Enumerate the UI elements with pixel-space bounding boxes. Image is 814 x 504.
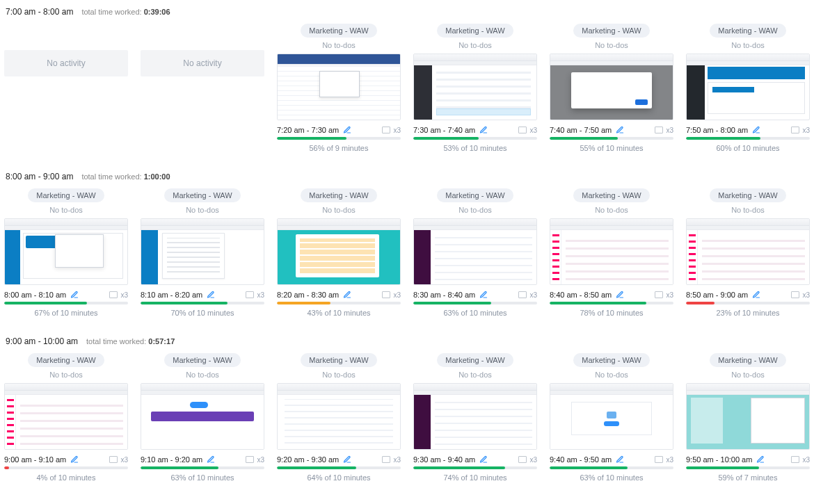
project-pill[interactable]: Marketing - WAW: [573, 24, 649, 38]
screenshot-card: Marketing - WAW No to-dos 9:20 am - 9:30…: [277, 353, 401, 482]
card-meta: 7:40 am - 7:50 am x3: [550, 124, 673, 137]
project-pill[interactable]: Marketing - WAW: [573, 353, 649, 367]
card-meta: 7:20 am - 7:30 am x3: [277, 124, 401, 137]
screenshot-thumbnail[interactable]: [686, 218, 810, 285]
project-pill[interactable]: Marketing - WAW: [164, 353, 240, 367]
edit-icon[interactable]: [616, 291, 624, 299]
screens-count[interactable]: x3: [791, 456, 810, 464]
screenshot-thumbnail[interactable]: [141, 218, 264, 285]
screenshot-thumbnail[interactable]: [686, 383, 810, 450]
screens-count[interactable]: x3: [246, 291, 264, 299]
card-meta: 7:50 am - 8:00 am x3: [686, 124, 810, 137]
project-pill[interactable]: Marketing - WAW: [710, 24, 785, 38]
card-meta: 9:50 am - 10:00 am x3: [686, 454, 810, 466]
edit-icon[interactable]: [207, 455, 215, 464]
card-meta: 8:00 am - 8:10 am x3: [4, 289, 128, 302]
interval-time: 8:30 am - 8:40 am: [413, 291, 475, 299]
activity-bar-fill: [413, 302, 491, 304]
screenshot-card: Marketing - WAW No to-dos 8:40 am - 8:50…: [550, 188, 673, 317]
activity-bar-fill: [413, 466, 505, 469]
project-pill[interactable]: Marketing - WAW: [28, 353, 104, 367]
screenshot-thumbnail[interactable]: [413, 54, 537, 120]
screens-count[interactable]: x3: [246, 456, 264, 464]
edit-icon[interactable]: [479, 126, 488, 134]
screens-count[interactable]: x3: [791, 291, 810, 299]
project-pill[interactable]: Marketing - WAW: [573, 188, 649, 202]
screenshot-card: Marketing - WAW No to-dos 8:20 am - 8:30…: [277, 188, 401, 317]
screens-icon: [518, 127, 527, 133]
screens-count[interactable]: x3: [109, 456, 128, 464]
screens-count[interactable]: x3: [655, 291, 673, 299]
screenshot-thumbnail[interactable]: [686, 54, 810, 120]
screens-count[interactable]: x3: [382, 291, 401, 299]
screens-count[interactable]: x3: [382, 456, 401, 464]
screenshot-thumbnail[interactable]: [413, 218, 537, 285]
activity-bar: [141, 302, 264, 304]
activity-percent: 63% of 10 minutes: [141, 473, 264, 482]
screenshot-thumbnail[interactable]: [550, 218, 673, 285]
activity-bar-fill: [686, 466, 759, 469]
screens-count[interactable]: x3: [791, 127, 810, 134]
edit-icon[interactable]: [479, 455, 488, 464]
project-pill[interactable]: Marketing - WAW: [710, 188, 785, 202]
activity-bar: [277, 137, 401, 140]
screens-count[interactable]: x3: [518, 456, 537, 464]
activity-bar-fill: [686, 302, 715, 304]
edit-icon[interactable]: [343, 455, 351, 464]
activity-bar-fill: [141, 466, 218, 469]
screens-count[interactable]: x3: [382, 127, 401, 134]
edit-icon[interactable]: [752, 291, 760, 299]
screens-count[interactable]: x3: [518, 291, 537, 299]
project-pill[interactable]: Marketing - WAW: [301, 353, 376, 367]
card-meta: 8:40 am - 8:50 am x3: [550, 289, 673, 302]
activity-percent: 70% of 10 minutes: [141, 309, 264, 317]
screens-count[interactable]: x3: [655, 127, 673, 134]
activity-percent: 78% of 10 minutes: [550, 309, 673, 317]
edit-icon[interactable]: [343, 291, 351, 299]
edit-icon[interactable]: [616, 455, 624, 464]
project-pill[interactable]: Marketing - WAW: [437, 353, 513, 367]
project-pill[interactable]: Marketing - WAW: [301, 24, 376, 38]
project-pill[interactable]: Marketing - WAW: [710, 353, 785, 367]
screenshot-thumbnail[interactable]: [413, 383, 537, 450]
hour-header: 9:00 am - 10:00 am total time worked: 0:…: [4, 336, 810, 346]
activity-bar: [686, 466, 810, 469]
screens-count[interactable]: x3: [109, 291, 128, 299]
interval-time: 7:50 am - 8:00 am: [686, 126, 748, 134]
edit-icon[interactable]: [70, 291, 79, 299]
project-pill[interactable]: Marketing - WAW: [164, 188, 240, 202]
card-meta: 9:10 am - 9:20 am x3: [141, 454, 264, 466]
screens-count[interactable]: x3: [518, 127, 537, 134]
todos-label: No to-dos: [413, 371, 537, 379]
screenshot-thumbnail[interactable]: [277, 54, 401, 120]
edit-icon[interactable]: [479, 291, 488, 299]
edit-icon[interactable]: [616, 126, 624, 134]
screenshot-thumbnail[interactable]: [4, 218, 128, 285]
project-pill[interactable]: Marketing - WAW: [437, 188, 513, 202]
project-pill[interactable]: Marketing - WAW: [28, 188, 104, 202]
todos-label: No to-dos: [550, 371, 673, 379]
activity-bar-fill: [277, 137, 346, 140]
edit-icon[interactable]: [752, 126, 760, 134]
screenshot-thumbnail[interactable]: [550, 383, 673, 450]
activity-bar-fill: [4, 466, 9, 469]
screens-icon: [109, 291, 118, 298]
screenshot-thumbnail[interactable]: [4, 383, 128, 450]
project-pill[interactable]: Marketing - WAW: [437, 24, 513, 38]
interval-time: 8:10 am - 8:20 am: [141, 291, 202, 299]
project-pill[interactable]: Marketing - WAW: [301, 188, 376, 202]
interval-time: 9:20 am - 9:30 am: [277, 455, 339, 464]
edit-icon[interactable]: [343, 126, 351, 134]
activity-percent: 4% of 10 minutes: [4, 473, 128, 482]
screenshot-thumbnail[interactable]: [277, 218, 401, 285]
edit-icon[interactable]: [756, 455, 765, 464]
screenshot-thumbnail[interactable]: [141, 383, 264, 450]
screenshot-thumbnail[interactable]: [277, 383, 401, 450]
card-meta: 9:00 am - 9:10 am x3: [4, 454, 128, 466]
screenshot-card: Marketing - WAW No to-dos 9:30 am - 9:40…: [413, 353, 537, 482]
activity-bar: [686, 137, 810, 140]
screenshot-thumbnail[interactable]: [550, 54, 673, 120]
edit-icon[interactable]: [70, 455, 79, 464]
screens-count[interactable]: x3: [655, 456, 673, 464]
edit-icon[interactable]: [207, 291, 215, 299]
